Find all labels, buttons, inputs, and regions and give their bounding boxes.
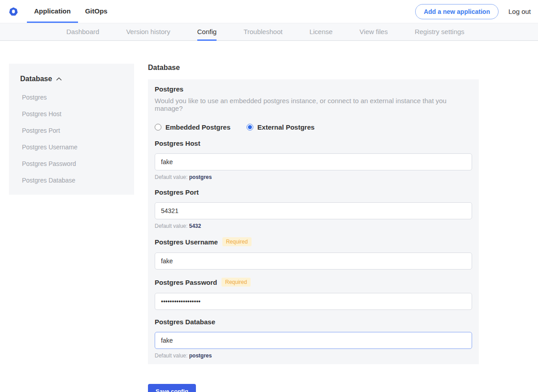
postgres-port-label: Postgres Port	[155, 188, 199, 196]
radio-embedded-postgres-label: Embedded Postgres	[165, 123, 230, 131]
radio-embedded-postgres-input[interactable]	[155, 124, 161, 131]
config-page: Database Postgres Postgres Host Postgres…	[0, 41, 538, 392]
field-postgres-username: Postgres Username Required	[155, 237, 472, 270]
subnav-tab-registry-settings-label: Registry settings	[415, 28, 464, 35]
app-logo-icon	[9, 7, 18, 17]
postgres-port-default-hint: Default value: 5432	[155, 223, 472, 229]
subnav-tab-troubleshoot-label: Troubleshoot	[243, 28, 282, 35]
app-logo[interactable]	[0, 0, 27, 23]
radio-external-postgres-input[interactable]	[247, 124, 253, 131]
subnav-tab-license-label: License	[309, 28, 333, 35]
field-postgres-host: Postgres Host Default value: postgres	[155, 139, 472, 180]
subnav-tab-dashboard[interactable]: Dashboard	[66, 23, 99, 41]
sidebar-item-postgres[interactable]: Postgres	[22, 94, 130, 101]
config-sidebar: Database Postgres Postgres Host Postgres…	[9, 64, 134, 195]
required-badge: Required	[221, 278, 251, 287]
sidebar-item-postgres-host[interactable]: Postgres Host	[22, 110, 130, 118]
sidebar-group-database[interactable]: Database	[20, 75, 130, 83]
default-prefix: Default value:	[155, 174, 187, 180]
required-badge: Required	[222, 237, 252, 246]
save-config-button[interactable]: Save config	[148, 384, 196, 392]
default-prefix: Default value:	[155, 223, 187, 229]
subnav-tab-troubleshoot[interactable]: Troubleshoot	[243, 23, 282, 41]
topnav-actions: Add a new application Log out	[415, 0, 538, 23]
postgres-database-input[interactable]	[155, 332, 472, 349]
sidebar-item-list: Postgres Postgres Host Postgres Port Pos…	[20, 94, 130, 184]
sidebar-item-postgres-password[interactable]: Postgres Password	[22, 160, 130, 167]
postgres-host-label: Postgres Host	[155, 139, 200, 147]
postgres-password-input[interactable]	[155, 293, 472, 310]
postgres-host-input[interactable]	[155, 153, 472, 170]
field-postgres-mode: Postgres Would you like to use an embedd…	[155, 85, 472, 131]
subnav-tab-license[interactable]: License	[309, 23, 333, 41]
postgres-database-label: Postgres Database	[155, 318, 215, 326]
subnav-tab-registry-settings[interactable]: Registry settings	[415, 23, 464, 41]
postgres-group-description: Would you like to use an embedded postgr…	[155, 97, 472, 112]
logout-link[interactable]: Log out	[508, 8, 531, 15]
postgres-password-label: Postgres Password	[155, 279, 217, 286]
postgres-username-label: Postgres Username	[155, 238, 218, 246]
sidebar-item-postgres-database[interactable]: Postgres Database	[22, 177, 130, 184]
sidebar-item-postgres-port[interactable]: Postgres Port	[22, 127, 130, 134]
field-postgres-password: Postgres Password Required	[155, 278, 472, 310]
postgres-mode-radio-group: Embedded Postgres External Postgres	[155, 123, 472, 131]
sidebar-group-database-label: Database	[20, 75, 52, 83]
sidebar-item-postgres-username[interactable]: Postgres Username	[22, 144, 130, 151]
top-nav: Application GitOps Add a new application…	[0, 0, 538, 23]
tab-gitops[interactable]: GitOps	[78, 0, 115, 23]
subnav-tab-config[interactable]: Config	[197, 23, 217, 41]
postgres-database-default-hint: Default value: postgres	[155, 353, 472, 359]
subnav-tab-config-label: Config	[197, 28, 217, 35]
postgres-host-default-hint: Default value: postgres	[155, 174, 472, 180]
radio-external-postgres[interactable]: External Postgres	[247, 123, 315, 131]
field-postgres-port: Postgres Port Default value: 5432	[155, 188, 472, 229]
default-value: postgres	[189, 353, 212, 359]
postgres-username-input[interactable]	[155, 253, 472, 270]
default-value: 5432	[189, 223, 201, 229]
field-postgres-database: Postgres Database Default value: postgre…	[155, 318, 472, 359]
tab-application-label: Application	[34, 7, 71, 15]
add-new-application-button[interactable]: Add a new application	[415, 4, 499, 19]
database-config-card: Postgres Would you like to use an embedd…	[148, 79, 479, 364]
tab-gitops-label: GitOps	[85, 7, 108, 15]
subnav-tab-version-history-label: Version history	[126, 28, 170, 35]
tab-application[interactable]: Application	[27, 0, 78, 23]
postgres-port-input[interactable]	[155, 202, 472, 219]
subnav-tab-dashboard-label: Dashboard	[66, 28, 99, 35]
app-sub-nav: Dashboard Version history Config Trouble…	[0, 23, 538, 41]
default-value: postgres	[189, 174, 212, 180]
radio-embedded-postgres[interactable]: Embedded Postgres	[155, 123, 230, 131]
chevron-up-icon	[56, 77, 62, 81]
config-main: Database Postgres Would you like to use …	[148, 64, 479, 392]
page-title: Database	[148, 64, 479, 72]
radio-external-postgres-label: External Postgres	[257, 123, 315, 131]
postgres-group-label: Postgres	[155, 85, 472, 93]
subnav-tab-view-files[interactable]: View files	[360, 23, 388, 41]
subnav-tab-view-files-label: View files	[360, 28, 388, 35]
default-prefix: Default value:	[155, 353, 187, 359]
subnav-tab-version-history[interactable]: Version history	[126, 23, 170, 41]
topnav-tabs: Application GitOps	[27, 0, 115, 23]
